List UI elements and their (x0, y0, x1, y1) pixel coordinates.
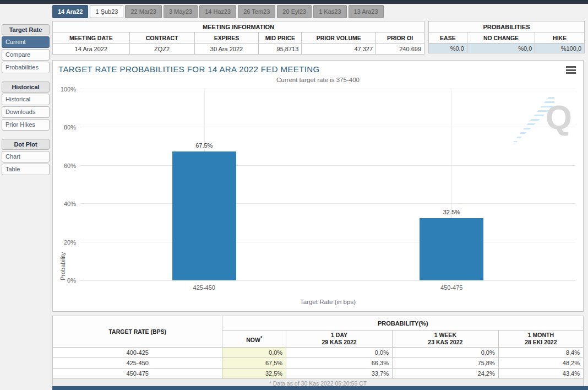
hike-value: %100,0 (535, 44, 585, 53)
mid-price-value: 95,8713 (259, 44, 302, 55)
col-1-month: 1 MONTH28 EKI 2022 (498, 331, 583, 348)
bar-value-label: 67.5% (80, 142, 328, 149)
table-row-400-425: 400-4250,0%0,0%0,0%8,4% (53, 348, 584, 358)
tab-14-haz23[interactable]: 14 Haz23 (199, 5, 236, 18)
week-cell: 0,0% (392, 348, 498, 358)
y-tick-60%: 60% (64, 162, 76, 169)
sidebar-item-downloads[interactable]: Downloads (2, 106, 50, 118)
col-prior-volume: PRIOR VOLUME (302, 32, 376, 44)
y-axis-title: Probability (59, 89, 66, 280)
no-change-value: %0,0 (467, 44, 535, 53)
sidebar: Target RateCurrentCompareProbabilitiesHi… (2, 24, 50, 176)
ease-value: %0,0 (429, 44, 467, 53)
tab-1-şub23[interactable]: 1 Şub23 (90, 5, 123, 18)
chart-subtitle: Current target rate is 375-400 (53, 77, 583, 83)
col-prior-oi: PRIOR OI (376, 32, 424, 44)
expires-value: 30 Ara 2022 (194, 44, 259, 55)
rate-cell: 450-475 (53, 369, 222, 379)
bottom-navy-bar (52, 386, 588, 390)
day-cell: 66,3% (286, 358, 393, 369)
sidebar-header-target-rate: Target Rate (2, 24, 50, 35)
probability-pct-header: PROBABILITY(%) (222, 316, 584, 331)
tab-3-may23[interactable]: 3 May23 (164, 5, 198, 18)
contract-value: ZQZ2 (129, 44, 194, 55)
prior-oi-value: 240.699 (376, 44, 424, 55)
chart-title: TARGET RATE PROBABILITIES FOR 14 ARA 202… (58, 64, 320, 74)
col-no-change: NO CHANGE (467, 32, 535, 44)
tab-1-kas23[interactable]: 1 Kas23 (313, 5, 346, 18)
col-now: NOW* (222, 331, 286, 348)
col-mid-price: MID PRICE (259, 32, 302, 44)
sidebar-divider (51, 20, 51, 387)
rate-cell: 425-450 (53, 358, 222, 369)
bar-450-475[interactable] (420, 218, 483, 280)
col-1-day: 1 DAY29 KAS 2022 (286, 331, 393, 348)
month-cell: 43,4% (498, 369, 583, 379)
col-hike: HIKE (535, 32, 585, 44)
y-tick-40%: 40% (64, 201, 76, 207)
day-cell: 0,0% (286, 348, 393, 358)
meeting-date-tabs: 14 Ara221 Şub2322 Mar233 May2314 Haz2326… (52, 5, 384, 18)
y-tick-20%: 20% (64, 239, 76, 246)
col-meeting-date: MEETING DATE (53, 32, 130, 44)
col-contract: CONTRACT (129, 32, 194, 44)
top-navy-bar (0, 0, 588, 4)
tab-20-eyl23[interactable]: 20 Eyl23 (277, 5, 312, 18)
category-slot-425-450: 67.5%425-450 (80, 89, 328, 280)
sidebar-item-table[interactable]: Table (2, 164, 50, 175)
category-slot-450-475: 32.5%450-475 (328, 89, 576, 280)
sidebar-header-historical: Historical (2, 82, 50, 93)
x-tick-425-450: 425-450 (80, 284, 328, 291)
now-cell: 0,0% (222, 348, 286, 358)
y-tick-80%: 80% (64, 124, 76, 131)
sidebar-header-dot-plot: Dot Plot (2, 139, 50, 150)
tab-26-tem23[interactable]: 26 Tem23 (238, 5, 275, 18)
bar-425-450[interactable] (172, 151, 236, 280)
rate-cell: 400-425 (53, 348, 222, 358)
x-tick-450-475: 450-475 (328, 284, 576, 291)
meeting-info-title: MEETING INFORMATION (53, 21, 424, 32)
now-cell: 32,5% (222, 369, 286, 379)
week-cell: 75,8% (392, 358, 498, 369)
sidebar-item-chart[interactable]: Chart (2, 151, 50, 162)
sidebar-item-prior-hikes[interactable]: Prior Hikes (2, 119, 50, 131)
y-tick-0%: 0% (67, 277, 76, 284)
sidebar-item-historical[interactable]: Historical (2, 94, 50, 105)
probability-history-table: TARGET RATE (BPS) PROBABILITY(%) NOW* 1 … (52, 316, 584, 388)
meeting-information-table: MEETING INFORMATION MEETING DATE CONTRAC… (52, 21, 424, 55)
tab-14-ara22[interactable]: 14 Ara22 (52, 5, 88, 18)
plot-area: Q 0%20%40%60%80%100%67.5%425-45032.5%450… (80, 89, 575, 280)
probabilities-summary-table: PROBABILITIES EASE NO CHANGE HIKE %0,0 %… (428, 21, 585, 53)
chart-menu-icon[interactable] (566, 66, 576, 74)
col-expires: EXPIRES (194, 32, 259, 44)
now-cell: 67,5% (222, 358, 286, 369)
month-cell: 48,2% (498, 358, 583, 369)
target-rate-probability-chart: TARGET RATE PROBABILITIES FOR 14 ARA 202… (52, 60, 584, 312)
month-cell: 8,4% (498, 348, 583, 358)
prior-volume-value: 47.327 (302, 44, 376, 55)
table-row-450-475: 450-47532,5%33,7%24,2%43,4% (53, 369, 584, 379)
col-1-week: 1 WEEK23 KAS 2022 (392, 331, 498, 348)
probabilities-title: PROBABILITIES (429, 21, 585, 32)
x-axis-title: Target Rate (in bps) (80, 299, 575, 305)
tab-22-mar23[interactable]: 22 Mar23 (125, 5, 161, 18)
y-tick-100%: 100% (61, 86, 76, 93)
target-rate-bps-header: TARGET RATE (BPS) (53, 316, 222, 348)
meeting-date-value: 14 Ara 2022 (53, 44, 130, 55)
sidebar-item-compare[interactable]: Compare (2, 49, 50, 61)
tab-13-ara23[interactable]: 13 Ara23 (349, 5, 384, 18)
col-ease: EASE (429, 32, 467, 44)
day-cell: 33,7% (286, 369, 393, 379)
bar-value-label: 32.5% (328, 209, 576, 215)
week-cell: 24,2% (392, 369, 498, 379)
sidebar-item-current[interactable]: Current (2, 36, 50, 48)
sidebar-item-probabilities[interactable]: Probabilities (2, 62, 50, 73)
table-row-425-450: 425-45067,5%66,3%75,8%48,2% (53, 358, 584, 369)
